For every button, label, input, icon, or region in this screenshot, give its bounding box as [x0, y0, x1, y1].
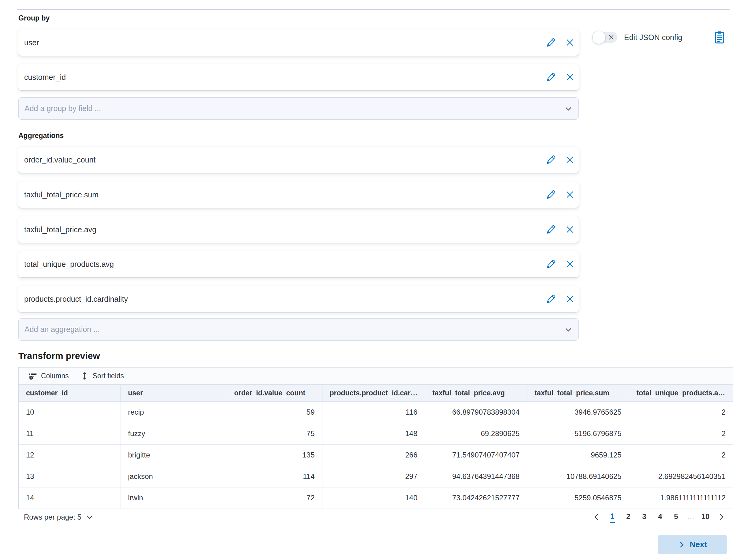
cell-price-sum: 9659.125: [527, 444, 629, 466]
cell-user: brigitte: [121, 444, 227, 466]
remove-item-button[interactable]: [565, 155, 575, 165]
group-by-item-customer-id: customer_id: [18, 64, 579, 90]
top-divider: [17, 9, 730, 10]
rows-per-page-button[interactable]: Rows per page: 5: [24, 510, 94, 524]
cell-product-cardinality: 140: [322, 487, 425, 509]
edit-pencil-button[interactable]: [546, 72, 556, 82]
page-number: 5: [673, 512, 678, 522]
next-page-button[interactable]: [715, 510, 728, 524]
cell-product-cardinality: 297: [322, 466, 425, 487]
close-icon: [566, 38, 574, 47]
pencil-icon: [546, 294, 555, 304]
cell-customer-id: 12: [19, 444, 121, 466]
cell-price-avg: 94.63764391447368: [425, 466, 527, 487]
page-button-3[interactable]: 3: [637, 510, 651, 524]
page-number: 1: [610, 511, 615, 523]
pencil-icon: [546, 190, 555, 199]
cell-customer-id: 13: [19, 466, 121, 487]
cell-unique-products-avg: 1.9861111111111112: [629, 487, 733, 509]
close-icon: [566, 260, 574, 268]
cell-user: fuzzy: [121, 423, 227, 444]
page-button-5[interactable]: 5: [669, 510, 683, 524]
chevron-left-icon: [592, 513, 600, 521]
page-button-4[interactable]: 4: [653, 510, 667, 524]
add-group-by-field-combobox[interactable]: Add a group by field ...: [18, 97, 579, 120]
close-icon: [566, 190, 574, 199]
page-button-10[interactable]: 10: [699, 510, 712, 524]
page-number: 2: [626, 512, 631, 522]
chevron-down-icon: [564, 104, 573, 113]
cell-price-sum: 10788.69140625: [527, 466, 629, 487]
cell-product-cardinality: 266: [322, 444, 425, 466]
cell-customer-id: 11: [19, 423, 121, 444]
remove-item-button[interactable]: [565, 224, 575, 235]
remove-item-button[interactable]: [565, 294, 575, 304]
cell-unique-products-avg: 2: [629, 401, 733, 423]
aggregation-item: total_unique_products.avg: [18, 251, 579, 277]
cell-user: jackson: [121, 466, 227, 487]
column-header: customer_id: [19, 385, 121, 401]
column-header: total_unique_products.a…: [629, 385, 733, 401]
add-aggregation-placeholder: Add an aggregation ...: [24, 325, 564, 334]
edit-pencil-button[interactable]: [546, 155, 556, 165]
cell-price-sum: 5259.0546875: [527, 487, 629, 509]
group-by-item-label: customer_id: [24, 73, 546, 82]
pencil-icon: [546, 155, 555, 164]
remove-item-button[interactable]: [565, 259, 575, 269]
edit-json-config-label: Edit JSON config: [624, 33, 682, 42]
page-button-2[interactable]: 2: [622, 510, 635, 524]
table-row: 10 recip 59 116 66.89790783898304 3946.9…: [19, 401, 733, 423]
pencil-icon: [546, 259, 555, 269]
aggregation-item-label: products.product_id.cardinality: [24, 295, 546, 304]
columns-button-label: Columns: [41, 372, 69, 380]
remove-item-button[interactable]: [565, 37, 575, 48]
sort-fields-button-label: Sort fields: [93, 372, 124, 380]
add-aggregation-combobox[interactable]: Add an aggregation ...: [18, 318, 579, 341]
column-header: order_id.value_count: [227, 385, 322, 401]
pencil-icon: [546, 38, 555, 47]
edit-pencil-button[interactable]: [546, 259, 556, 269]
edit-json-config-toggle[interactable]: [593, 32, 617, 43]
column-header: taxful_total_price.sum: [527, 385, 629, 401]
page-number: 3: [641, 512, 647, 522]
edit-pencil-button[interactable]: [546, 294, 556, 304]
add-group-by-placeholder: Add a group by field ...: [24, 104, 564, 113]
aggregation-item: products.product_id.cardinality: [18, 286, 579, 312]
chevron-right-icon: [717, 513, 725, 521]
cell-price-avg: 71.54907407407407: [425, 444, 527, 466]
edit-pencil-button[interactable]: [546, 37, 556, 48]
page-number: 10: [701, 512, 710, 522]
cell-unique-products-avg: 2: [629, 423, 733, 444]
toggle-knob: [592, 31, 606, 44]
edit-pencil-button[interactable]: [546, 224, 556, 235]
table-row: 11 fuzzy 75 148 69.2890625 5196.6796875 …: [19, 423, 733, 444]
remove-item-button[interactable]: [565, 189, 575, 200]
cell-user: recip: [121, 401, 227, 423]
close-icon: [566, 225, 574, 234]
group-by-label: Group by: [18, 14, 50, 22]
aggregation-item: taxful_total_price.sum: [18, 181, 579, 208]
copy-to-clipboard-button[interactable]: [712, 30, 727, 45]
cell-price-sum: 5196.6796875: [527, 423, 629, 444]
cell-price-sum: 3946.9765625: [527, 401, 629, 423]
aggregation-item-label: order_id.value_count: [24, 155, 546, 164]
aggregation-item-label: taxful_total_price.sum: [24, 190, 546, 199]
previous-page-button[interactable]: [590, 510, 603, 524]
columns-list-add-icon: [29, 372, 37, 380]
next-step-button[interactable]: Next: [658, 535, 727, 554]
cell-user: irwin: [121, 487, 227, 509]
close-icon: [566, 155, 574, 164]
next-button-label: Next: [690, 540, 707, 549]
edit-pencil-button[interactable]: [546, 189, 556, 200]
transform-preview-grid: Columns Sort fields customer_id user ord…: [18, 367, 733, 509]
columns-button[interactable]: Columns: [29, 372, 75, 380]
page-button-1[interactable]: 1: [606, 510, 619, 524]
clipboard-icon: [713, 31, 726, 44]
table-row: 13 jackson 114 297 94.63764391447368 107…: [19, 466, 733, 487]
cell-order-count: 114: [227, 466, 322, 487]
remove-item-button[interactable]: [565, 72, 575, 82]
cell-order-count: 59: [227, 401, 322, 423]
cell-order-count: 135: [227, 444, 322, 466]
cell-unique-products-avg: 2.692982456140351: [629, 466, 733, 487]
sort-fields-button[interactable]: Sort fields: [80, 372, 130, 380]
